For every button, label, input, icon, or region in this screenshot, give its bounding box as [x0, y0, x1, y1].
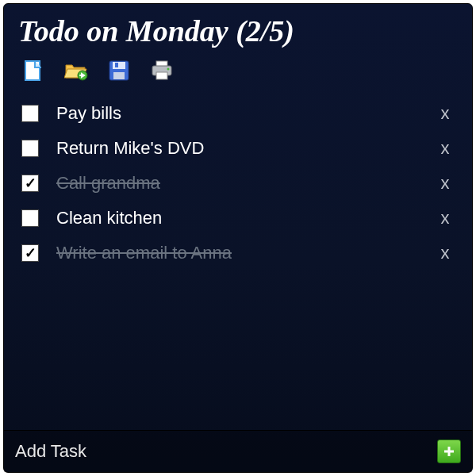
task-row: Clean kitchenx [15, 201, 461, 236]
widget-title: Todo on Monday (2/5) [18, 13, 461, 50]
new-file-button[interactable] [21, 58, 45, 83]
task-label[interactable]: Clean kitchen [56, 208, 436, 228]
task-checkbox[interactable] [21, 105, 39, 122]
save-icon [109, 60, 129, 81]
task-checkbox[interactable] [21, 244, 39, 262]
svg-rect-5 [115, 63, 118, 67]
delete-task-button[interactable]: x [436, 208, 455, 228]
delete-task-button[interactable]: x [436, 173, 455, 194]
new-file-icon [24, 60, 43, 82]
task-list: Pay billsxReturn Mike's DVDxCall grandma… [15, 96, 461, 430]
task-row: Pay billsx [15, 96, 461, 131]
print-icon [151, 60, 173, 81]
svg-point-9 [167, 67, 170, 70]
add-task-button[interactable] [437, 440, 461, 463]
task-label[interactable]: Pay bills [56, 103, 436, 124]
open-folder-icon [64, 60, 88, 81]
task-row: Return Mike's DVDx [15, 131, 461, 166]
task-checkbox[interactable] [21, 140, 39, 157]
save-button[interactable] [107, 58, 131, 83]
task-label[interactable]: Return Mike's DVD [56, 138, 436, 159]
svg-rect-4 [113, 72, 125, 79]
add-task-label: Add Task [15, 441, 86, 462]
task-row: Write an email to Annax [15, 236, 461, 271]
plus-icon [443, 445, 455, 458]
todo-widget: Todo on Monday (2/5) [3, 3, 473, 473]
task-label[interactable]: Call grandma [56, 173, 436, 194]
svg-rect-8 [156, 72, 167, 79]
task-checkbox[interactable] [21, 175, 39, 192]
delete-task-button[interactable]: x [436, 243, 455, 263]
print-button[interactable] [150, 58, 174, 83]
open-folder-button[interactable] [64, 58, 88, 83]
svg-rect-11 [444, 451, 454, 453]
svg-rect-3 [113, 62, 125, 69]
delete-task-button[interactable]: x [436, 103, 455, 124]
task-label[interactable]: Write an email to Anna [56, 243, 436, 263]
toolbar [15, 55, 461, 91]
delete-task-button[interactable]: x [436, 138, 455, 159]
task-row: Call grandmax [15, 166, 461, 201]
task-checkbox[interactable] [21, 209, 39, 227]
footer: Add Task [4, 430, 472, 472]
